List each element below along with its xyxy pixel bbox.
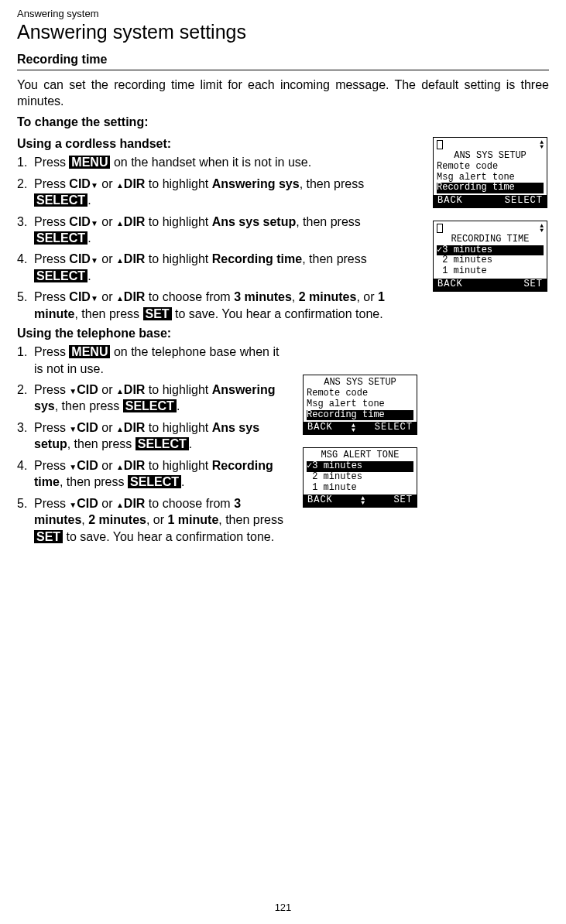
lcd-title: MSG ALERT TONE — [307, 450, 413, 461]
dir-key: DIR — [124, 421, 146, 434]
triangle-down-icon — [69, 383, 77, 396]
text: Press — [34, 290, 69, 303]
lcd-line: 1 minute — [307, 483, 413, 494]
text: Press — [34, 497, 69, 510]
lcd-base-msgalert: MSG ALERT TONE 3 minutes 2 minutes 1 min… — [303, 447, 417, 508]
text: to highlight — [145, 421, 211, 434]
base-heading: Using the telephone base: — [17, 327, 419, 341]
dir-key: DIR — [124, 290, 146, 303]
base-step-3: Press CID or DIR to highlight Ans sys se… — [17, 419, 289, 453]
text: , or — [146, 513, 168, 526]
text: Press — [34, 252, 69, 265]
battery-icon — [437, 224, 443, 233]
page-title: Answering system settings — [17, 21, 549, 43]
text: Press — [34, 345, 69, 358]
dir-key: DIR — [124, 215, 146, 228]
lcd-set-softkey: SET — [393, 495, 413, 506]
set-key: SET — [34, 530, 63, 543]
scroll-arrows-icon: ▲▼ — [540, 224, 544, 233]
lcd-back-softkey: BACK — [437, 279, 463, 290]
triangle-up-icon — [116, 290, 124, 303]
menu-key: MENU — [69, 156, 110, 169]
text: or — [98, 290, 116, 303]
triangle-up-icon — [116, 177, 124, 190]
triangle-up-icon — [116, 215, 124, 228]
lcd-title: RECORDING TIME — [437, 234, 544, 245]
lcd-base-setup: ANS SYS SETUP Remote code Msg alert tone… — [303, 375, 417, 435]
text: , then press — [55, 399, 123, 412]
cid-key: CID — [77, 383, 98, 396]
text: or — [98, 383, 116, 396]
lcd-select-softkey: SELECT — [375, 423, 413, 433]
text: , then press — [74, 307, 142, 320]
text: Press — [34, 383, 69, 396]
triangle-down-icon — [91, 290, 98, 303]
triangle-up-icon — [116, 252, 124, 265]
base-step-5: Press CID or DIR to choose from 3 minute… — [17, 495, 289, 545]
divider — [17, 70, 549, 70]
text: or — [98, 177, 116, 190]
scroll-arrows-icon: ▲▼ — [540, 140, 544, 149]
select-key: SELECT — [34, 269, 87, 282]
lcd-softkeys: BACK SELECT — [434, 195, 547, 207]
triangle-down-icon — [69, 459, 77, 472]
base-step-1: Press MENU on the telephone base when it… — [17, 344, 289, 377]
text: or — [98, 497, 116, 510]
text: or — [98, 459, 116, 472]
base-step-2: Press CID or DIR to highlight Answering … — [17, 382, 289, 415]
text: to highlight — [145, 215, 211, 228]
text: , then press — [302, 252, 367, 265]
select-key: SELECT — [34, 193, 87, 207]
handset-step-1: Press MENU on the handset when it is not… — [17, 154, 419, 170]
dir-key: DIR — [124, 252, 146, 265]
text: . — [189, 437, 192, 450]
lcd-softkeys: BACK ▲▼ SET — [304, 495, 417, 507]
text: , then press — [300, 177, 365, 190]
lcd-line-highlight: 3 minutes — [307, 461, 413, 472]
dir-key: DIR — [124, 177, 146, 190]
handset-step-3: Press CID or DIR to highlight Ans sys se… — [17, 214, 419, 247]
battery-icon — [437, 140, 443, 149]
text: to highlight — [145, 459, 211, 472]
triangle-up-icon — [116, 497, 124, 510]
text: , or — [356, 290, 378, 303]
handset-heading: Using a cordless handset: — [17, 137, 419, 151]
lcd-line: Msg alert tone — [437, 173, 544, 183]
two-min-label: 2 minutes — [88, 513, 146, 526]
text: or — [98, 252, 116, 265]
recording-time-label: Recording time — [212, 252, 302, 265]
text: to highlight — [145, 252, 211, 265]
text: to save. You hear a confirmation tone. — [172, 307, 383, 320]
cid-key: CID — [69, 252, 91, 265]
lcd-back-softkey: BACK — [307, 423, 333, 433]
text: Press — [34, 459, 69, 472]
text: Press — [34, 215, 69, 228]
text: to choose from — [145, 290, 234, 303]
select-key: SELECT — [34, 231, 87, 245]
text: , then press — [67, 437, 135, 450]
text: . — [177, 399, 180, 412]
text: or — [98, 421, 116, 434]
lcd-line-highlight: Recording time — [437, 183, 544, 193]
text: . — [87, 269, 91, 282]
lcd-line: Remote code — [307, 388, 413, 399]
to-change-heading: To change the setting: — [17, 115, 549, 129]
cid-key: CID — [77, 459, 98, 472]
handset-step-2: Press CID or DIR to highlight Answering … — [17, 176, 419, 209]
handset-step-5: Press CID or DIR to choose from 3 minute… — [17, 289, 419, 322]
triangle-up-icon — [116, 459, 124, 472]
menu-key: MENU — [69, 345, 110, 358]
base-step-4: Press CID or DIR to highlight Recording … — [17, 457, 289, 491]
lcd-title: ANS SYS SETUP — [307, 378, 413, 388]
lcd-line-highlight: 3 minutes — [437, 245, 544, 256]
lcd-back-softkey: BACK — [307, 495, 333, 506]
scroll-arrows-icon: ▲▼ — [361, 495, 365, 506]
lcd-line-highlight: Recording time — [307, 410, 413, 421]
triangle-down-icon — [91, 177, 98, 190]
lcd-select-softkey: SELECT — [505, 196, 543, 207]
cid-key: CID — [69, 290, 91, 303]
two-min-label: 2 minutes — [299, 290, 357, 303]
dir-key: DIR — [124, 383, 146, 396]
cid-key: CID — [77, 497, 98, 510]
select-key: SELECT — [135, 437, 189, 450]
